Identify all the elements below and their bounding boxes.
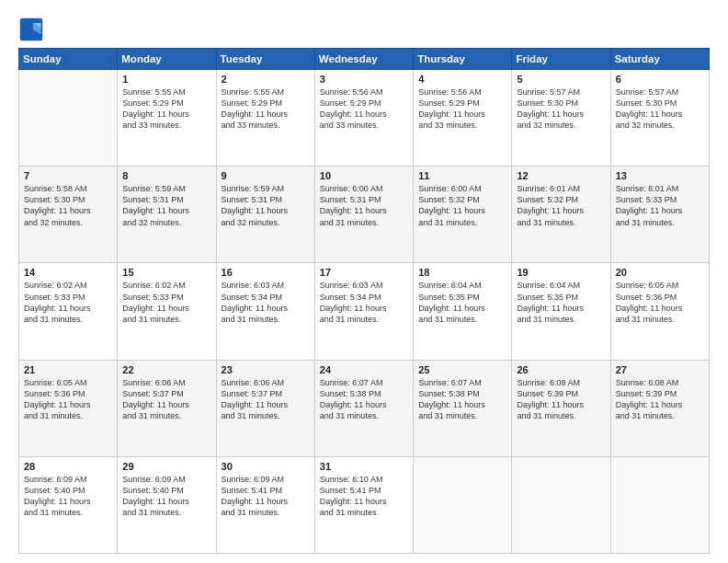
calendar-cell: 29Sunrise: 6:09 AM Sunset: 5:40 PM Dayli…	[118, 456, 216, 553]
cell-info: Sunrise: 5:55 AM Sunset: 5:29 PM Dayligh…	[222, 86, 310, 132]
calendar-cell: 28Sunrise: 6:09 AM Sunset: 5:40 PM Dayli…	[19, 456, 118, 553]
day-number: 9	[222, 170, 310, 181]
cell-info: Sunrise: 6:05 AM Sunset: 5:36 PM Dayligh…	[616, 280, 704, 325]
day-number: 5	[517, 74, 605, 85]
cell-info: Sunrise: 6:01 AM Sunset: 5:32 PM Dayligh…	[517, 183, 605, 228]
cell-info: Sunrise: 5:57 AM Sunset: 5:30 PM Dayligh…	[616, 86, 704, 132]
calendar-cell: 8Sunrise: 5:59 AM Sunset: 5:31 PM Daylig…	[118, 167, 216, 263]
calendar-cell: 16Sunrise: 6:03 AM Sunset: 5:34 PM Dayli…	[216, 263, 314, 360]
cell-info: Sunrise: 6:10 AM Sunset: 5:41 PM Dayligh…	[320, 474, 408, 519]
day-number: 21	[24, 364, 112, 375]
weekday-header-row: SundayMondayTuesdayWednesdayThursdayFrid…	[19, 49, 710, 70]
page: SundayMondayTuesdayWednesdayThursdayFrid…	[0, 0, 728, 563]
day-number: 12	[517, 170, 605, 181]
cell-info: Sunrise: 6:08 AM Sunset: 5:39 PM Dayligh…	[517, 377, 605, 422]
logo	[18, 17, 48, 42]
calendar-cell: 4Sunrise: 5:56 AM Sunset: 5:29 PM Daylig…	[414, 70, 512, 167]
cell-info: Sunrise: 6:03 AM Sunset: 5:34 PM Dayligh…	[222, 280, 310, 325]
day-number: 30	[222, 461, 310, 472]
calendar-cell: 12Sunrise: 6:01 AM Sunset: 5:32 PM Dayli…	[512, 167, 610, 263]
cell-info: Sunrise: 6:09 AM Sunset: 5:41 PM Dayligh…	[222, 474, 310, 519]
day-number: 24	[320, 364, 408, 375]
week-row-5: 28Sunrise: 6:09 AM Sunset: 5:40 PM Dayli…	[19, 456, 710, 553]
weekday-header-friday: Friday	[512, 49, 610, 70]
calendar-cell: 22Sunrise: 6:06 AM Sunset: 5:37 PM Dayli…	[118, 360, 216, 456]
day-number: 8	[122, 170, 210, 181]
weekday-header-sunday: Sunday	[19, 49, 118, 70]
cell-info: Sunrise: 6:00 AM Sunset: 5:31 PM Dayligh…	[320, 183, 408, 228]
cell-info: Sunrise: 6:09 AM Sunset: 5:40 PM Dayligh…	[24, 474, 112, 519]
cell-info: Sunrise: 6:08 AM Sunset: 5:39 PM Dayligh…	[616, 377, 704, 422]
header	[18, 17, 710, 42]
cell-info: Sunrise: 5:59 AM Sunset: 5:31 PM Dayligh…	[122, 183, 210, 228]
cell-info: Sunrise: 6:06 AM Sunset: 5:37 PM Dayligh…	[122, 377, 210, 422]
day-number: 11	[418, 170, 506, 181]
cell-info: Sunrise: 6:03 AM Sunset: 5:34 PM Dayligh…	[320, 280, 408, 325]
calendar-cell: 21Sunrise: 6:05 AM Sunset: 5:36 PM Dayli…	[19, 360, 118, 456]
calendar-cell: 24Sunrise: 6:07 AM Sunset: 5:38 PM Dayli…	[314, 360, 413, 456]
day-number: 3	[320, 74, 408, 85]
day-number: 13	[616, 170, 704, 181]
calendar-cell: 23Sunrise: 6:06 AM Sunset: 5:37 PM Dayli…	[216, 360, 314, 456]
cell-info: Sunrise: 6:09 AM Sunset: 5:40 PM Dayligh…	[122, 474, 210, 519]
day-number: 15	[122, 267, 210, 278]
cell-info: Sunrise: 5:55 AM Sunset: 5:29 PM Dayligh…	[122, 86, 210, 132]
calendar-cell	[19, 70, 118, 167]
cell-info: Sunrise: 5:57 AM Sunset: 5:30 PM Dayligh…	[517, 86, 605, 132]
day-number: 18	[418, 267, 506, 278]
day-number: 23	[222, 364, 310, 375]
weekday-header-wednesday: Wednesday	[314, 49, 413, 70]
calendar-cell: 30Sunrise: 6:09 AM Sunset: 5:41 PM Dayli…	[216, 456, 314, 553]
week-row-2: 7Sunrise: 5:58 AM Sunset: 5:30 PM Daylig…	[19, 167, 710, 263]
calendar-cell	[512, 456, 610, 553]
cell-info: Sunrise: 6:02 AM Sunset: 5:33 PM Dayligh…	[122, 280, 210, 325]
day-number: 29	[122, 461, 210, 472]
calendar-cell: 13Sunrise: 6:01 AM Sunset: 5:33 PM Dayli…	[610, 167, 709, 263]
day-number: 28	[24, 461, 112, 472]
calendar-cell: 11Sunrise: 6:00 AM Sunset: 5:32 PM Dayli…	[414, 167, 512, 263]
cell-info: Sunrise: 6:01 AM Sunset: 5:33 PM Dayligh…	[616, 183, 704, 228]
day-number: 22	[122, 364, 210, 375]
calendar-cell: 5Sunrise: 5:57 AM Sunset: 5:30 PM Daylig…	[512, 70, 610, 167]
calendar-table: SundayMondayTuesdayWednesdayThursdayFrid…	[18, 48, 710, 554]
day-number: 26	[517, 364, 605, 375]
cell-info: Sunrise: 5:58 AM Sunset: 5:30 PM Dayligh…	[24, 183, 112, 228]
calendar-cell	[610, 456, 709, 553]
weekday-header-thursday: Thursday	[414, 49, 512, 70]
cell-info: Sunrise: 6:07 AM Sunset: 5:38 PM Dayligh…	[320, 377, 408, 422]
cell-info: Sunrise: 6:06 AM Sunset: 5:37 PM Dayligh…	[222, 377, 310, 422]
day-number: 7	[24, 170, 112, 181]
calendar-cell: 17Sunrise: 6:03 AM Sunset: 5:34 PM Dayli…	[314, 263, 413, 360]
day-number: 25	[418, 364, 506, 375]
weekday-header-saturday: Saturday	[610, 49, 709, 70]
cell-info: Sunrise: 6:00 AM Sunset: 5:32 PM Dayligh…	[418, 183, 506, 228]
cell-info: Sunrise: 6:05 AM Sunset: 5:36 PM Dayligh…	[24, 377, 112, 422]
day-number: 17	[320, 267, 408, 278]
cell-info: Sunrise: 6:04 AM Sunset: 5:35 PM Dayligh…	[418, 280, 506, 325]
calendar-cell: 3Sunrise: 5:56 AM Sunset: 5:29 PM Daylig…	[314, 70, 413, 167]
day-number: 1	[122, 74, 210, 85]
calendar-cell: 18Sunrise: 6:04 AM Sunset: 5:35 PM Dayli…	[414, 263, 512, 360]
calendar-cell: 1Sunrise: 5:55 AM Sunset: 5:29 PM Daylig…	[118, 70, 216, 167]
cell-info: Sunrise: 5:59 AM Sunset: 5:31 PM Dayligh…	[222, 183, 310, 228]
calendar-cell	[414, 456, 512, 553]
cell-info: Sunrise: 6:07 AM Sunset: 5:38 PM Dayligh…	[418, 377, 506, 422]
calendar-cell: 7Sunrise: 5:58 AM Sunset: 5:30 PM Daylig…	[19, 167, 118, 263]
weekday-header-tuesday: Tuesday	[216, 49, 314, 70]
calendar-cell: 15Sunrise: 6:02 AM Sunset: 5:33 PM Dayli…	[118, 263, 216, 360]
cell-info: Sunrise: 5:56 AM Sunset: 5:29 PM Dayligh…	[320, 86, 408, 132]
day-number: 31	[320, 461, 408, 472]
day-number: 2	[222, 74, 310, 85]
day-number: 20	[616, 267, 704, 278]
calendar-cell: 20Sunrise: 6:05 AM Sunset: 5:36 PM Dayli…	[610, 263, 709, 360]
cell-info: Sunrise: 6:02 AM Sunset: 5:33 PM Dayligh…	[24, 280, 112, 325]
calendar-cell: 2Sunrise: 5:55 AM Sunset: 5:29 PM Daylig…	[216, 70, 314, 167]
calendar-cell: 10Sunrise: 6:00 AM Sunset: 5:31 PM Dayli…	[314, 167, 413, 263]
day-number: 19	[517, 267, 605, 278]
day-number: 16	[222, 267, 310, 278]
calendar-cell: 14Sunrise: 6:02 AM Sunset: 5:33 PM Dayli…	[19, 263, 118, 360]
cell-info: Sunrise: 5:56 AM Sunset: 5:29 PM Dayligh…	[418, 86, 506, 132]
calendar-cell: 19Sunrise: 6:04 AM Sunset: 5:35 PM Dayli…	[512, 263, 610, 360]
day-number: 10	[320, 170, 408, 181]
week-row-1: 1Sunrise: 5:55 AM Sunset: 5:29 PM Daylig…	[19, 70, 710, 167]
